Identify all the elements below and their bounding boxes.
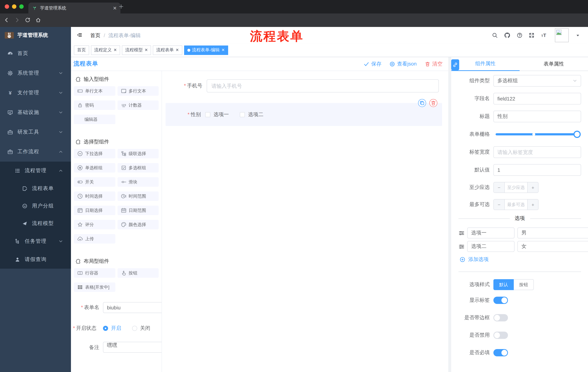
component-多选框组[interactable]: 多选框组 bbox=[117, 163, 159, 172]
phone-field-input[interactable] bbox=[207, 79, 439, 93]
default-value-input[interactable] bbox=[494, 164, 581, 176]
tag-close-icon[interactable]: ✕ bbox=[145, 48, 148, 53]
gender-field-selected[interactable]: *性别 选项一选项二 bbox=[166, 103, 442, 126]
sidebar-item-首页[interactable]: 首页 bbox=[0, 44, 71, 63]
stepper-decrease-button[interactable]: − bbox=[494, 182, 505, 192]
home-icon[interactable] bbox=[35, 17, 41, 23]
component-开关[interactable]: 开关 bbox=[74, 177, 115, 187]
component-日期选择[interactable]: 日期选择 bbox=[74, 206, 115, 215]
tag-close-icon[interactable]: ✕ bbox=[176, 48, 179, 53]
stepper-increase-button[interactable]: + bbox=[527, 200, 538, 210]
sidebar-item-流程表单[interactable]: 流程表单 bbox=[0, 180, 71, 197]
tag-流程模型[interactable]: 流程模型✕ bbox=[122, 45, 151, 55]
view-json-button[interactable]: 查看json bbox=[389, 61, 417, 67]
component-评分[interactable]: 评分 bbox=[74, 220, 115, 229]
checkbox[interactable] bbox=[205, 112, 210, 117]
github-icon[interactable] bbox=[504, 32, 511, 38]
sidebar-item-研发工具[interactable]: 研发工具 bbox=[0, 122, 71, 142]
option-label-input[interactable] bbox=[467, 227, 514, 238]
min-select-value[interactable]: 至少应选 bbox=[505, 182, 527, 192]
avatar[interactable] bbox=[555, 28, 569, 42]
component-颜色选择[interactable]: 颜色选择 bbox=[117, 220, 159, 229]
tag-close-icon[interactable]: ✕ bbox=[114, 48, 117, 53]
slider-handle[interactable] bbox=[573, 131, 581, 138]
component-行容器[interactable]: 行容器 bbox=[74, 268, 115, 278]
toggle-是否禁用[interactable] bbox=[494, 332, 508, 339]
tab-form-properties[interactable]: 表单属性 bbox=[520, 57, 588, 71]
sidebar-item-流程模型[interactable]: 流程模型 bbox=[0, 215, 71, 232]
style-option-按钮[interactable]: 按钮 bbox=[514, 279, 534, 290]
sidebar-item-用户分组[interactable]: 用户分组 bbox=[0, 197, 71, 215]
component-滑块[interactable]: 滑块 bbox=[117, 177, 159, 187]
component-级联选择[interactable]: 级联选择 bbox=[117, 149, 159, 158]
tag-首页[interactable]: 首页 bbox=[74, 45, 89, 55]
component-type-select[interactable] bbox=[494, 75, 581, 87]
form-grid-slider[interactable] bbox=[494, 128, 581, 140]
tag-流程定义[interactable]: 流程定义✕ bbox=[91, 45, 120, 55]
close-window-button[interactable] bbox=[5, 4, 9, 9]
sidebar-item-支付管理[interactable]: ¥支付管理 bbox=[0, 83, 71, 103]
link-tab[interactable] bbox=[451, 59, 459, 70]
sidebar-item-请假查询[interactable]: 请假查询 bbox=[0, 250, 71, 269]
gender-option-选项二[interactable]: 选项二 bbox=[240, 111, 263, 118]
component-日期范围[interactable]: 日期范围 bbox=[117, 206, 159, 215]
reload-icon[interactable] bbox=[25, 17, 31, 23]
status-off-radio[interactable] bbox=[132, 326, 137, 331]
help-icon[interactable] bbox=[517, 32, 523, 38]
save-button[interactable]: 保存 bbox=[364, 61, 381, 67]
sidebar-collapse-icon[interactable] bbox=[76, 32, 82, 38]
forward-icon[interactable] bbox=[14, 17, 20, 23]
minimize-window-button[interactable] bbox=[12, 4, 16, 9]
zoom-window-button[interactable] bbox=[19, 4, 24, 9]
component-时间选择[interactable]: 时间选择 bbox=[74, 191, 115, 201]
label-width-input[interactable] bbox=[494, 146, 581, 158]
toggle-是否必填[interactable] bbox=[494, 349, 508, 356]
tag-流程表单[interactable]: 流程表单✕ bbox=[153, 45, 182, 55]
component-单选框组[interactable]: 单选框组 bbox=[74, 163, 115, 172]
component-单行文本[interactable]: 单行文本 bbox=[74, 86, 115, 96]
option-value-input[interactable] bbox=[517, 227, 588, 238]
option-value-input[interactable] bbox=[517, 241, 588, 252]
checkbox[interactable] bbox=[240, 112, 245, 117]
max-select-value[interactable]: 最多可选 bbox=[505, 200, 527, 210]
font-size-icon[interactable]: TT bbox=[541, 32, 546, 38]
status-off-label[interactable]: 关闭 bbox=[140, 325, 150, 332]
style-option-默认[interactable]: 默认 bbox=[494, 279, 514, 290]
component-下拉选择[interactable]: 下拉选择 bbox=[74, 149, 115, 158]
title-input[interactable] bbox=[494, 111, 581, 122]
component-计数器[interactable]: 123计数器 bbox=[117, 100, 159, 110]
sidebar-item-任务管理[interactable]: 任务管理 bbox=[0, 232, 71, 250]
component-按钮[interactable]: 按钮 bbox=[117, 268, 159, 278]
new-tab-button[interactable] bbox=[118, 4, 124, 10]
browser-tab[interactable]: 芋道管理系统 ✕ bbox=[28, 2, 120, 13]
sidebar-item-流程管理[interactable]: 流程管理 bbox=[0, 162, 71, 180]
tab-close-icon[interactable]: ✕ bbox=[113, 5, 117, 11]
toggle-是否带边框[interactable] bbox=[494, 314, 508, 321]
sidebar-item-基础设施[interactable]: 基础设施 bbox=[0, 103, 71, 122]
component-上传[interactable]: 上传 bbox=[74, 234, 115, 244]
field-name-input[interactable] bbox=[494, 93, 581, 105]
search-icon[interactable] bbox=[492, 32, 498, 38]
tab-component-properties[interactable]: 组件属性 bbox=[451, 57, 520, 71]
breadcrumb-home[interactable]: 首页 bbox=[90, 32, 100, 39]
add-option-button[interactable]: 添加选项 bbox=[460, 256, 581, 263]
phone-field-row[interactable]: *手机号 bbox=[162, 79, 448, 93]
copy-component-button[interactable] bbox=[418, 99, 426, 107]
form-remark-textarea[interactable]: 嘿嘿 bbox=[103, 342, 162, 353]
component-密码[interactable]: 密码 bbox=[74, 100, 115, 110]
component-表格[开发中][interactable]: 表格[开发中] bbox=[74, 282, 115, 292]
status-on-label[interactable]: 开启 bbox=[111, 325, 121, 332]
tag-流程表单-编辑[interactable]: 流程表单-编辑✕ bbox=[184, 45, 228, 55]
form-name-input[interactable] bbox=[103, 302, 162, 313]
stepper-increase-button[interactable]: + bbox=[527, 182, 538, 192]
form-canvas[interactable]: *手机号 *性别 选项一选项二 bbox=[162, 71, 448, 372]
tag-close-icon[interactable]: ✕ bbox=[221, 48, 225, 53]
clear-button[interactable]: 清空 bbox=[425, 61, 442, 67]
sidebar-item-系统管理[interactable]: 系统管理 bbox=[0, 63, 71, 83]
status-on-radio[interactable] bbox=[103, 326, 108, 331]
toggle-显示标签[interactable] bbox=[494, 297, 508, 304]
component-时间范围[interactable]: 时间范围 bbox=[117, 191, 159, 201]
stepper-decrease-button[interactable]: − bbox=[494, 200, 505, 210]
gender-option-选项一[interactable]: 选项一 bbox=[205, 111, 229, 118]
component-编辑器[interactable]: 编辑器 bbox=[74, 115, 115, 124]
